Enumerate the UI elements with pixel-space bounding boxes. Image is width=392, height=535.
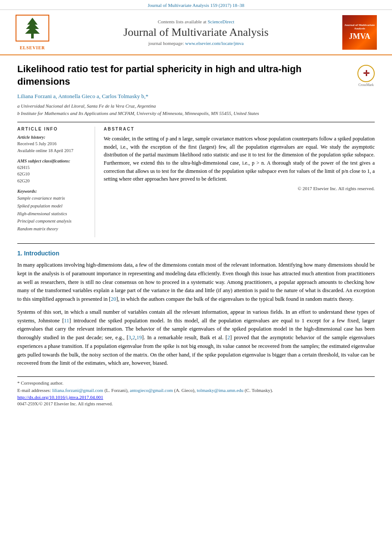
history-group: Article history: Received 5 July 2016 Av… (17, 135, 89, 154)
ams-code-3: 62G20 (17, 178, 89, 185)
email-note: E-mail addresses: liliana.forzani@gmail.… (17, 387, 375, 394)
sciencedirect-link[interactable]: ScienceDirect (207, 19, 234, 24)
crossmark-label: CrossMark (357, 83, 375, 87)
ams-code-1: 62H15 (17, 164, 89, 171)
keyword-2: Spiked population model (17, 202, 89, 210)
email-2-name: (A. Gieco), (174, 388, 196, 393)
jmva-cover-block: Journal of Multivariate Analysis JMVA (340, 15, 379, 50)
ref-20[interactable]: 20 (111, 296, 116, 302)
abstract-text: We consider, in the setting of p and n l… (104, 135, 375, 183)
article-info-label: ARTICLE INFO (17, 127, 89, 131)
intro-paragraph-1: In many applications involving high-dime… (17, 261, 375, 304)
journal-name: Journal of Multivariate Analysis (61, 26, 331, 39)
authors: Liliana Forzani a, Antonella Gieco a, Ca… (17, 93, 349, 100)
ams-code-2: 62G10 (17, 171, 89, 178)
jmva-cover-image: Journal of Multivariate Analysis JMVA (342, 15, 377, 50)
ref-3[interactable]: 3 (128, 334, 131, 341)
journal-header: ELSEVIER Contents lists available at Sci… (0, 10, 392, 55)
intro-paragraph-2: Systems of this sort, in which a small n… (17, 308, 375, 368)
ref-2b[interactable]: 2 (227, 334, 230, 341)
email-3-name: (C. Tolmasky). (245, 388, 273, 393)
keyword-3: High-dimensional statistics (17, 210, 89, 218)
email-label: E-mail addresses: (17, 388, 51, 393)
doi-anchor[interactable]: http://dx.doi.org/10.1016/j.jmva.2017.04… (17, 395, 103, 400)
affiliations: a Universidad Nacional del Litoral, Sant… (17, 102, 349, 117)
keywords-list: Sample covariance matrix Spiked populati… (17, 194, 89, 233)
article-info-col: ARTICLE INFO Article history: Received 5… (17, 127, 95, 237)
ams-label: AMS subject classifications: (17, 159, 89, 163)
elsevier-logo-svg (15, 14, 50, 45)
keyword-4: Principal component analysis (17, 217, 89, 225)
received-text: Received 5 July 2016 (17, 140, 89, 147)
corresponding-label: * Corresponding author. (17, 380, 64, 385)
elsevier-text: ELSEVIER (20, 45, 45, 50)
keywords-label: Keywords: (17, 189, 89, 194)
ref-2a[interactable]: 2 (132, 334, 135, 341)
email-1[interactable]: liliana.forzani@gmail.com (52, 388, 103, 393)
two-col-section: ARTICLE INFO Article history: Received 5… (17, 122, 375, 237)
ams-group: AMS subject classifications: 62H15 62G10… (17, 159, 89, 185)
history-label: Article history: (17, 135, 89, 140)
email-3[interactable]: tolmasky@ima.umn.edu (197, 388, 243, 393)
article-title-block: Likelihood ratio test for partial spheri… (17, 63, 349, 117)
keyword-5: Random matrix theory (17, 225, 89, 233)
jmva-cover-abbr: JMVA (349, 32, 370, 41)
keyword-1: Sample covariance matrix (17, 194, 89, 202)
corresponding-note: * Corresponding author. (17, 379, 375, 387)
footer: * Corresponding author. E-mail addresses… (17, 376, 375, 410)
abstract-copyright: © 2017 Elsevier Inc. All rights reserved… (104, 186, 375, 191)
journal-title-block: Contents lists available at ScienceDirec… (61, 19, 331, 46)
article-title: Likelihood ratio test for partial spheri… (17, 63, 349, 88)
introduced-text: introduced (73, 318, 96, 324)
ref-19[interactable]: 19 (137, 334, 142, 341)
svg-rect-1 (31, 33, 34, 38)
top-citation-bar: Journal of Multivariate Analysis 159 (20… (0, 0, 392, 10)
elsevier-logo-block: ELSEVIER (13, 14, 52, 50)
section-title: Introduction (24, 250, 60, 257)
crossmark-icon: ✛ (357, 65, 375, 82)
jmva-cover-title: Journal of Multivariate Analysis (344, 23, 375, 31)
issn-text: 0047-259X/© 2017 Elsevier Inc. All right… (17, 401, 375, 406)
journal-citation: Journal of Multivariate Analysis 159 (20… (148, 3, 245, 8)
section-number: 1. (17, 250, 22, 257)
section-intro-heading: 1. Introduction (17, 250, 375, 257)
abstract-col: ABSTRACT We consider, in the setting of … (104, 127, 375, 237)
abstract-label: ABSTRACT (104, 127, 375, 131)
sciencedirect-label: Contents lists available at ScienceDirec… (61, 19, 331, 24)
email-1-name: (L. Forzani), (105, 388, 129, 393)
doi-link: http://dx.doi.org/10.1016/j.jmva.2017.04… (17, 395, 375, 400)
article-header: Likelihood ratio test for partial spheri… (17, 63, 375, 117)
homepage-url[interactable]: www.elsevier.com/locate/jmva (185, 41, 244, 46)
affiliation-a: a Universidad Nacional del Litoral, Sant… (17, 102, 349, 110)
crossmark-block: ✛ CrossMark (357, 65, 375, 87)
page: Journal of Multivariate Analysis 159 (20… (0, 0, 392, 535)
keywords-group: Keywords: Sample covariance matrix Spike… (17, 189, 89, 233)
available-text: Available online 18 April 2017 (17, 147, 89, 154)
ref-11[interactable]: 11 (64, 318, 69, 324)
journal-homepage: journal homepage: www.elsevier.com/locat… (61, 41, 331, 46)
body-divider (17, 243, 375, 244)
affiliation-b: b Institute for Mathematics and Its Appl… (17, 110, 349, 117)
email-2[interactable]: antogieco@gmail.com (130, 388, 173, 393)
main-content: Likelihood ratio test for partial spheri… (0, 55, 392, 418)
